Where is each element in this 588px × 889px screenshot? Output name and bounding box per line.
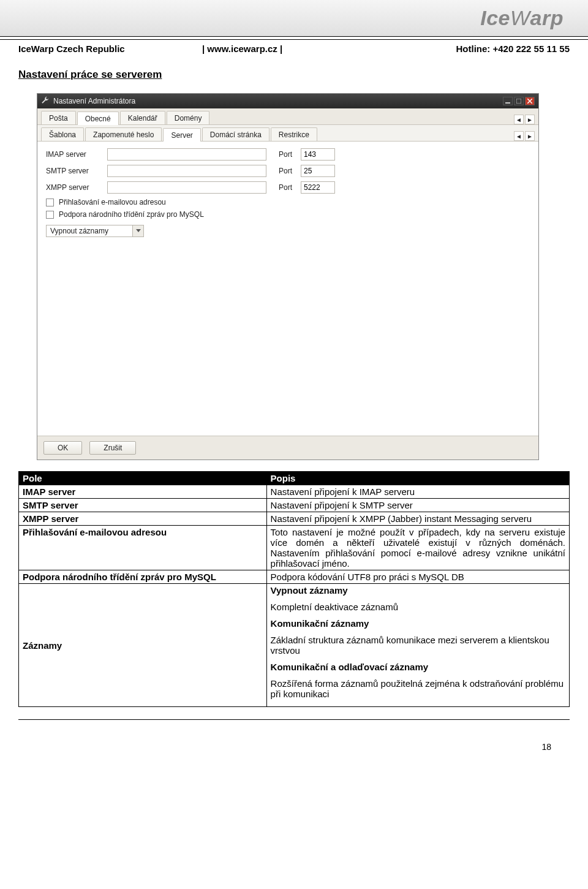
email-login-checkbox[interactable] — [46, 199, 54, 206]
minimize-button[interactable] — [503, 97, 513, 105]
logging-combo-value: Vypnout záznamy — [47, 227, 132, 235]
dialog-buttons: OK Zrušit — [37, 436, 538, 460]
table-row: SMTP server Nastavení připojení k SMTP s… — [19, 499, 570, 512]
email-login-label: Přihlašování e-mailovou adresou — [59, 198, 166, 206]
tab-kalendar[interactable]: Kalendář — [120, 111, 165, 124]
smtp-port-label: Port — [279, 167, 301, 175]
cell-desc: Nastavení připojení k SMTP server — [266, 499, 569, 512]
table-head-field: Pole — [19, 472, 267, 485]
smtp-server-input[interactable] — [107, 165, 266, 177]
cell-field: XMPP server — [23, 513, 78, 524]
cell-field: IMAP server — [23, 486, 75, 497]
mysql-national-sort-label: Podpora národního třídění zpráv pro MySQ… — [59, 210, 204, 219]
table-row: Záznamy Vypnout záznamy Kompletní deakti… — [19, 584, 570, 707]
cancel-button[interactable]: Zrušit — [89, 441, 136, 455]
tab-scroll-right-icon[interactable]: ► — [525, 115, 535, 124]
window-title: Nastavení Administrátora — [53, 97, 135, 105]
svg-rect-1 — [516, 99, 521, 104]
subtab-sablona[interactable]: Šablona — [41, 127, 84, 141]
cell-desc: Toto nastavení je možné použít v případe… — [266, 526, 569, 570]
imap-server-input[interactable] — [107, 148, 266, 161]
ok-button[interactable]: OK — [43, 441, 82, 455]
records-debug-text: Rozšířená forma záznamů použitelná zejmé… — [271, 678, 565, 699]
table-row: IMAP server Nastavení připojení k IMAP s… — [19, 485, 570, 499]
records-off-heading: Vypnout záznamy — [271, 585, 348, 596]
tab-domeny[interactable]: Domény — [167, 111, 210, 124]
svg-rect-0 — [505, 102, 510, 104]
records-comm-text: Základní struktura záznamů komunikace me… — [271, 635, 565, 656]
smtp-port-input[interactable] — [301, 165, 335, 177]
tab-scroll-left-icon[interactable]: ◄ — [514, 115, 524, 124]
subtab-scroll-right-icon[interactable]: ► — [525, 131, 535, 141]
cell-desc: Podpora kódování UTF8 pro práci s MySQL … — [266, 570, 569, 584]
field-description-table: Pole Popis IMAP server Nastavení připoje… — [18, 471, 570, 707]
cell-field: Přihlašování e-mailovou adresou — [23, 527, 167, 537]
tab-obecne[interactable]: Obecné — [77, 112, 119, 125]
page-number: 18 — [0, 720, 588, 766]
section-title: Nastavení práce se serverem — [0, 60, 588, 87]
tab-posta[interactable]: Pošta — [41, 111, 76, 124]
main-tabs: Pošta Obecné Kalendář Domény ◄ ► — [37, 108, 538, 125]
page-header-info: IceWarp Czech Republic | www.icewarp.cz … — [0, 39, 588, 60]
table-row: Přihlašování e-mailovou adresou Toto nas… — [19, 526, 570, 570]
website-url: | www.icewarp.cz | — [202, 44, 386, 54]
brand-logo: IceWarp — [480, 6, 564, 30]
wrench-icon — [41, 96, 50, 107]
records-comm-heading: Komunikační záznamy — [271, 618, 369, 629]
maximize-button[interactable] — [514, 97, 524, 105]
cell-field: SMTP server — [23, 500, 78, 510]
xmpp-port-label: Port — [279, 183, 301, 192]
table-row: XMPP server Nastavení připojení k XMPP (… — [19, 512, 570, 526]
cell-field: Záznamy — [23, 640, 62, 651]
close-button[interactable] — [525, 97, 535, 105]
imap-server-label: IMAP server — [46, 150, 107, 159]
xmpp-port-input[interactable] — [301, 181, 335, 194]
cell-desc: Nastavení připojení k IMAP serveru — [266, 485, 569, 499]
subtab-scroll-left-icon[interactable]: ◄ — [514, 131, 524, 141]
admin-settings-window: Nastavení Administrátora Pošta Obecné Ka… — [37, 93, 539, 460]
mysql-national-sort-checkbox[interactable] — [46, 211, 54, 219]
form-body: IMAP server Port SMTP server Port XMPP s… — [37, 142, 538, 436]
table-row: Podpora národního třídění zpráv pro MySQ… — [19, 570, 570, 584]
imap-port-label: Port — [279, 150, 301, 159]
table-head-desc: Popis — [266, 472, 569, 485]
window-titlebar: Nastavení Administrátora — [37, 94, 538, 108]
subtab-domaci-stranka[interactable]: Domácí stránka — [202, 127, 270, 141]
xmpp-server-label: XMPP server — [46, 183, 107, 192]
records-off-text: Kompletní deaktivace záznamů — [271, 602, 565, 612]
smtp-server-label: SMTP server — [46, 167, 107, 175]
cell-desc: Nastavení připojení k XMPP (Jabber) inst… — [266, 512, 569, 526]
subtab-zapomenute-heslo[interactable]: Zapomenuté heslo — [85, 127, 162, 141]
hotline: Hotline: +420 222 55 11 55 — [386, 44, 570, 54]
logging-combo[interactable]: Vypnout záznamy — [46, 225, 144, 237]
chevron-down-icon — [132, 225, 143, 236]
imap-port-input[interactable] — [301, 148, 335, 161]
cell-field: Podpora národního třídění zpráv pro MySQ… — [23, 572, 216, 582]
sub-tabs: Šablona Zapomenuté heslo Server Domácí s… — [37, 125, 538, 142]
records-debug-heading: Komunikační a odlaďovací záznamy — [271, 662, 429, 672]
cell-desc: Vypnout záznamy Kompletní deaktivace záz… — [266, 584, 569, 707]
brand-bar: IceWarp — [0, 0, 588, 37]
subtab-server[interactable]: Server — [163, 128, 200, 142]
xmpp-server-input[interactable] — [107, 181, 266, 194]
subtab-restrikce[interactable]: Restrikce — [271, 127, 317, 141]
company-name: IceWarp Czech Republic — [18, 44, 202, 54]
